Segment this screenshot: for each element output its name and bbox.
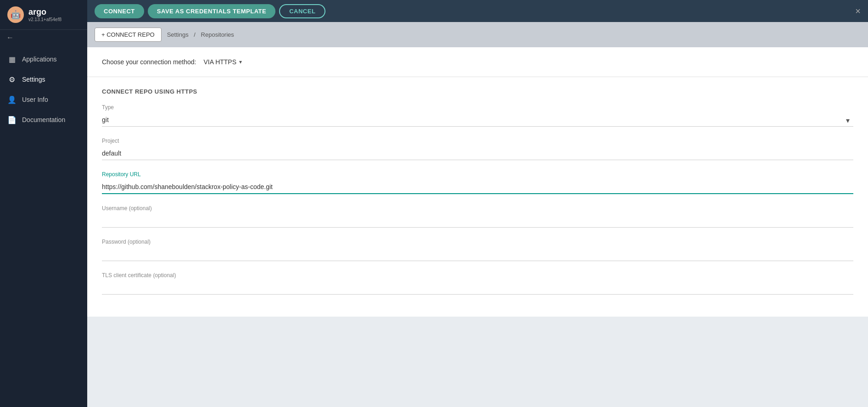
form-section-title: CONNECT REPO USING HTTPS bbox=[102, 88, 853, 95]
logo-text: argo v2.13.1+af54ef8 bbox=[28, 7, 62, 22]
type-select[interactable]: git bbox=[102, 113, 853, 127]
connect-repo-form-section: CONNECT REPO USING HTTPS Type git Projec… bbox=[87, 77, 868, 317]
project-input[interactable] bbox=[102, 147, 853, 160]
sidebar-item-user-info-label: User Info bbox=[22, 96, 48, 103]
sidebar-item-user-info[interactable]: 👤 User Info bbox=[0, 89, 87, 110]
tls-label: TLS client certificate (optional) bbox=[102, 272, 853, 279]
sidebar-logo[interactable]: 🤖 argo v2.13.1+af54ef8 bbox=[0, 0, 87, 30]
breadcrumb: Settings / Repositories bbox=[165, 31, 236, 38]
topbar: CONNECT SAVE AS CREDENTIALS TEMPLATE CAN… bbox=[87, 0, 868, 22]
tls-input[interactable] bbox=[102, 281, 853, 295]
connect-button[interactable]: CONNECT bbox=[95, 4, 144, 18]
username-label: Username (optional) bbox=[102, 205, 853, 212]
repo-url-input[interactable] bbox=[102, 180, 853, 194]
sidebar: 🤖 argo v2.13.1+af54ef8 ← ▦ Applications … bbox=[0, 0, 87, 407]
subheader: + CONNECT REPO Settings / Repositories bbox=[87, 22, 868, 47]
password-field: Password (optional) bbox=[102, 239, 853, 261]
close-button[interactable]: × bbox=[855, 6, 861, 16]
settings-icon: ⚙ bbox=[7, 75, 17, 84]
logo-avatar: 🤖 bbox=[7, 6, 24, 23]
connect-repo-button[interactable]: + CONNECT REPO bbox=[95, 28, 162, 42]
sidebar-item-applications[interactable]: ▦ Applications bbox=[0, 49, 87, 69]
content-area: Choose your connection method: VIA HTTPS… bbox=[87, 47, 868, 407]
user-icon: 👤 bbox=[7, 95, 17, 104]
main-area: CONNECT SAVE AS CREDENTIALS TEMPLATE CAN… bbox=[87, 0, 868, 407]
password-input[interactable] bbox=[102, 248, 853, 261]
applications-icon: ▦ bbox=[7, 55, 17, 64]
connection-method-row: Choose your connection method: VIA HTTPS… bbox=[102, 58, 853, 66]
project-label: Project bbox=[102, 138, 853, 144]
connection-method-section: Choose your connection method: VIA HTTPS… bbox=[87, 47, 868, 77]
sidebar-item-documentation[interactable]: 📄 Documentation bbox=[0, 110, 87, 130]
connection-method-selector[interactable]: VIA HTTPS ▾ bbox=[203, 58, 242, 66]
project-field: Project bbox=[102, 138, 853, 160]
breadcrumb-settings: Settings bbox=[167, 31, 189, 38]
breadcrumb-repositories: Repositories bbox=[201, 31, 234, 38]
connection-method-dropdown-arrow: ▾ bbox=[239, 59, 242, 65]
username-field: Username (optional) bbox=[102, 205, 853, 228]
sidebar-item-settings-label: Settings bbox=[22, 76, 45, 83]
logo-emoji: 🤖 bbox=[11, 10, 21, 20]
sidebar-item-settings[interactable]: ⚙ Settings bbox=[0, 69, 87, 89]
type-label: Type bbox=[102, 104, 853, 111]
logo-name: argo bbox=[28, 7, 62, 17]
type-select-wrapper: git bbox=[102, 113, 853, 127]
sidebar-nav: ▦ Applications ⚙ Settings 👤 User Info 📄 … bbox=[0, 45, 87, 130]
sidebar-item-documentation-label: Documentation bbox=[22, 116, 65, 123]
connection-method-value-label: VIA HTTPS bbox=[203, 58, 236, 66]
logo-version: v2.13.1+af54ef8 bbox=[28, 17, 62, 22]
connection-method-label: Choose your connection method: bbox=[102, 58, 196, 66]
back-icon: ← bbox=[6, 33, 14, 42]
documentation-icon: 📄 bbox=[7, 115, 17, 124]
breadcrumb-separator: / bbox=[194, 31, 196, 38]
username-input[interactable] bbox=[102, 214, 853, 228]
repository-url-field: Repository URL bbox=[102, 171, 853, 194]
sidebar-back-button[interactable]: ← bbox=[0, 30, 87, 45]
sidebar-item-applications-label: Applications bbox=[22, 56, 57, 63]
repo-url-label: Repository URL bbox=[102, 171, 853, 178]
tls-certificate-field: TLS client certificate (optional) bbox=[102, 272, 853, 295]
type-field: Type git bbox=[102, 104, 853, 127]
password-label: Password (optional) bbox=[102, 239, 853, 245]
save-credentials-template-button[interactable]: SAVE AS CREDENTIALS TEMPLATE bbox=[148, 4, 275, 18]
cancel-button[interactable]: CANCEL bbox=[279, 4, 325, 18]
